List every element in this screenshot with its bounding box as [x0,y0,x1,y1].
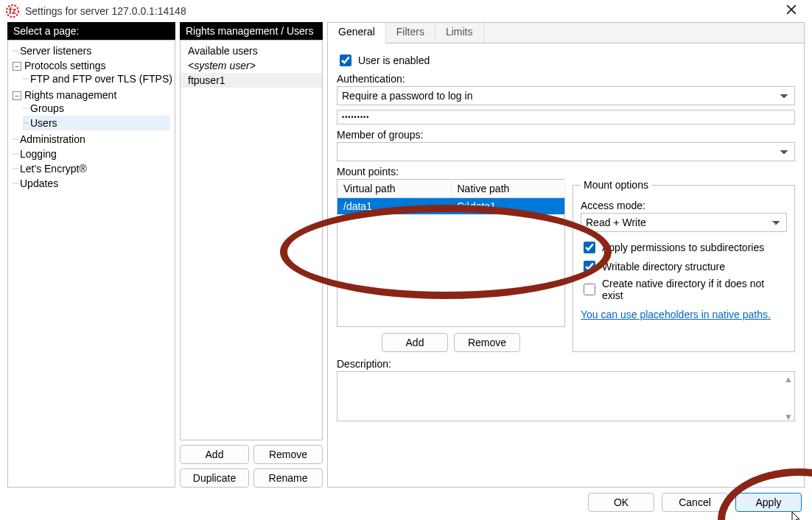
apply-button[interactable]: Apply [735,493,802,512]
nav-groups[interactable]: Groups [23,101,170,116]
dialog-footer: OK Cancel Apply [0,488,812,517]
mount-remove-button[interactable]: Remove [454,333,520,352]
create-native-dir-checkbox[interactable] [584,284,595,295]
user-enabled-label: User is enabled [358,55,430,66]
description-label: Description: [337,358,795,370]
access-mode-select[interactable]: Read + Write [581,213,787,232]
tree-collapse-icon[interactable]: − [13,91,21,100]
mount-points-label: Mount points: [337,166,795,178]
nav-rights-management[interactable]: −Rights management Groups Users [13,88,170,132]
available-users-list[interactable]: Available users <system user> ftpuser1 [180,40,323,440]
mount-row-data1[interactable]: /data1 C:\data1 [337,198,565,215]
cell-virtual-path[interactable]: /data1 [337,198,452,215]
app-icon: fz [6,4,19,18]
col-native-path[interactable]: Native path [451,180,565,198]
description-textarea[interactable] [337,371,795,421]
close-icon[interactable] [777,4,806,18]
remove-user-button[interactable]: Remove [253,445,323,464]
nav-updates[interactable]: Updates [13,176,170,191]
tab-general[interactable]: General [328,23,386,43]
scroll-up-icon[interactable]: ▲ [783,374,794,384]
col-virtual-path[interactable]: Virtual path [337,180,452,198]
user-item-ftpuser1[interactable]: ftpuser1 [181,73,322,88]
writable-structure-checkbox[interactable] [584,261,595,273]
tabs: General Filters Limits [328,23,804,43]
cancel-button[interactable]: Cancel [662,493,728,512]
create-native-dir-label: Create native directory if it does not e… [602,278,787,301]
nav-tree[interactable]: Server listeners −Protocols settings FTP… [7,40,175,488]
scroll-down-icon[interactable]: ▼ [783,412,794,422]
mount-points-table[interactable]: Virtual path Native path /data1 C:\data1 [337,179,565,327]
mid-panel-header: Rights management / Users [180,22,323,40]
placeholders-link[interactable]: You can use placeholders in native paths… [581,309,787,320]
rename-user-button[interactable]: Rename [253,468,323,488]
cell-native-path[interactable]: C:\data1 [451,198,565,215]
apply-permissions-checkbox[interactable] [584,242,595,253]
tab-limits[interactable]: Limits [435,23,484,43]
writable-structure-label: Writable directory structure [602,261,725,273]
access-mode-label: Access mode: [581,200,787,211]
nav-server-listeners[interactable]: Server listeners [13,43,170,58]
system-user-item[interactable]: <system user> [181,58,322,73]
mount-options-group: Mount options Access mode: Read + Write … [573,179,795,352]
apply-permissions-label: Apply permissions to subdirectories [602,242,764,253]
authentication-label: Authentication: [337,73,795,85]
password-input[interactable] [337,110,795,124]
mid-panel: Rights management / Users Available user… [180,22,323,488]
title-bar: fz Settings for server 127.0.0.1:14148 [0,0,812,22]
authentication-select[interactable]: Require a password to log in [337,86,795,105]
ok-button[interactable]: OK [588,493,654,512]
tab-filters[interactable]: Filters [386,23,435,43]
duplicate-user-button[interactable]: Duplicate [180,468,249,488]
right-panel: General Filters Limits User is enabled A… [327,22,805,488]
nav-protocols-settings[interactable]: −Protocols settings FTP and FTP over TLS… [13,58,170,88]
member-of-groups-select[interactable] [337,142,795,161]
nav-ftp-ftps[interactable]: FTP and FTP over TLS (FTPS) [23,71,170,86]
left-panel-header: Select a page: [7,22,175,40]
nav-logging[interactable]: Logging [13,147,170,161]
member-of-groups-label: Member of groups: [337,129,795,141]
window-title: Settings for server 127.0.0.1:14148 [25,5,777,17]
left-panel: Select a page: Server listeners −Protoco… [7,22,175,488]
available-users-heading: Available users [181,43,322,58]
tab-general-content: User is enabled Authentication: Require … [328,43,804,429]
nav-lets-encrypt[interactable]: Let's Encrypt® [13,161,170,176]
user-enabled-checkbox[interactable] [340,55,351,66]
tree-collapse-icon[interactable]: − [13,62,21,71]
nav-administration[interactable]: Administration [13,132,170,147]
svg-text:fz: fz [9,6,17,16]
nav-users[interactable]: Users [23,116,170,130]
add-user-button[interactable]: Add [180,445,249,464]
mount-options-legend: Mount options [581,179,651,191]
mount-add-button[interactable]: Add [382,333,448,352]
